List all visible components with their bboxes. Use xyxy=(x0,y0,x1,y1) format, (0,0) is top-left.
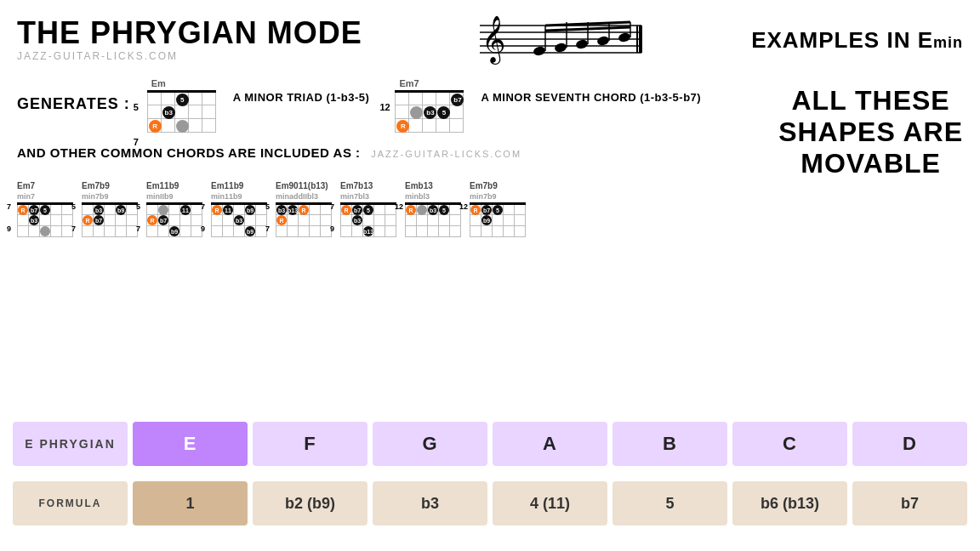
min7b9-grid-2: 12 R b7 5 b9 xyxy=(470,202,526,237)
header: THE PHRYGIAN MODE JAZZ-GUITAR-LICKS.COM … xyxy=(0,0,980,71)
chord-minIIb9: Em11b9 minIIb9 5 7 11 R b7 xyxy=(146,181,202,237)
chord-minbl3: Emb13 minbl3 12 R b3 5 xyxy=(405,181,461,237)
seventh-grid: b7 b35 R xyxy=(395,90,464,133)
formula-b2: b2 (b9) xyxy=(253,481,368,525)
triad-chord: Em 5 7 5 b3 R xyxy=(147,78,216,133)
chord-min7b9-1: Em7b9 min7b9 5 7 b3 b9 R b7 xyxy=(82,181,138,237)
formula-4: 4 (11) xyxy=(493,481,607,525)
formula-b6: b6 (b13) xyxy=(732,481,847,525)
seventh-label: A MINOR SEVENTH CHORD (1-b3-5-b7) xyxy=(481,91,701,104)
all-these-line3: MOVABLE xyxy=(778,148,963,179)
scale-note-E: E xyxy=(133,422,248,466)
minbl3-grid: 12 R b3 5 xyxy=(405,202,461,237)
scale-note-G: G xyxy=(373,422,487,466)
min-label: min xyxy=(933,34,963,51)
scale-note-C: C xyxy=(732,422,847,466)
min7bl3-grid: 7 9 R b7 5 b3 b1 xyxy=(340,202,396,237)
triad-chord-name: Em xyxy=(151,78,166,88)
seventh-chord-name: Em7 xyxy=(399,78,419,88)
formula-label: FORMULA xyxy=(13,481,128,525)
formula-section: FORMULA 1 b2 (b9) b3 4 (11) 5 b6 (b13) b… xyxy=(0,481,980,525)
triad-grid-wrap: 5 7 5 b3 R xyxy=(147,90,216,133)
all-these-block: ALL THESE SHAPES ARE MOVABLE xyxy=(778,85,963,179)
formula-1: 1 xyxy=(133,481,248,525)
staff-notation: 𝄞 xyxy=(362,9,751,71)
min11b9-grid: 7 9 R 11 b9 b3 xyxy=(211,202,267,237)
scale-label: E PHRYGIAN xyxy=(13,422,128,466)
chord-min7bl3: Em7b13 min7bl3 7 9 R b7 5 b3 xyxy=(340,181,396,237)
fret-7-triad: 7 xyxy=(134,137,139,147)
minIIb9-grid: 5 7 11 R b7 xyxy=(146,202,202,237)
title-block: THE PHRYGIAN MODE JAZZ-GUITAR-LICKS.COM xyxy=(17,18,362,62)
min7-grid: 7 9 R b7 5 b3 xyxy=(17,202,73,237)
site-label: JAZZ-GUITAR-LICKS.COM xyxy=(17,50,362,62)
formula-5: 5 xyxy=(612,481,727,525)
seventh-chord: Em7 12 b7 b35 R xyxy=(395,78,464,133)
svg-point-12 xyxy=(596,35,610,46)
svg-point-10 xyxy=(575,38,589,49)
generates-label: GENERATES : xyxy=(17,95,130,113)
scale-note-D: D xyxy=(852,422,967,466)
fret-12-seventh: 12 xyxy=(379,102,390,112)
fret-5-triad: 5 xyxy=(134,102,139,112)
chord-min7b9-2: Em7b9 min7b9 12 R b7 5 b9 xyxy=(470,181,526,237)
minaddIIbl3-grid: 5 7 b3 b13 R R xyxy=(276,202,332,237)
scale-note-F: F xyxy=(253,422,368,466)
chord-min11b9: Em11b9 min11b9 7 9 R 11 b9 b3 xyxy=(211,181,267,237)
all-these-line2: SHAPES ARE xyxy=(778,116,963,148)
svg-point-14 xyxy=(618,31,631,43)
triad-label: A MINOR TRIAD (1-b3-5) xyxy=(233,91,370,104)
min7b9-grid-1: 5 7 b3 b9 R b7 xyxy=(82,202,138,237)
svg-text:𝄞: 𝄞 xyxy=(481,15,505,65)
scale-note-A: A xyxy=(493,422,607,466)
seventh-grid-wrap: 12 b7 b35 R xyxy=(395,90,464,133)
formula-b7: b7 xyxy=(852,481,967,525)
formula-b3: b3 xyxy=(373,481,487,525)
svg-point-8 xyxy=(554,42,567,53)
examples-title: EXAMPLES IN Emin xyxy=(751,27,963,54)
chord-min7: Em7 min7 7 9 R b7 5 b3 xyxy=(17,181,73,237)
all-these-line1: ALL THESE xyxy=(778,85,963,116)
scale-note-B: B xyxy=(612,422,727,466)
triad-grid: 5 b3 R xyxy=(147,90,216,133)
svg-point-6 xyxy=(533,45,546,56)
scale-section: E PHRYGIAN E F G A B C D xyxy=(0,422,980,466)
chord-minaddIIbl3: Em9011(b13) minaddIIbl3 5 7 b3 b13 R R xyxy=(276,181,332,237)
svg-line-17 xyxy=(545,27,630,31)
staff-svg: 𝄞 xyxy=(463,9,650,68)
main-title: THE PHRYGIAN MODE xyxy=(17,18,362,48)
